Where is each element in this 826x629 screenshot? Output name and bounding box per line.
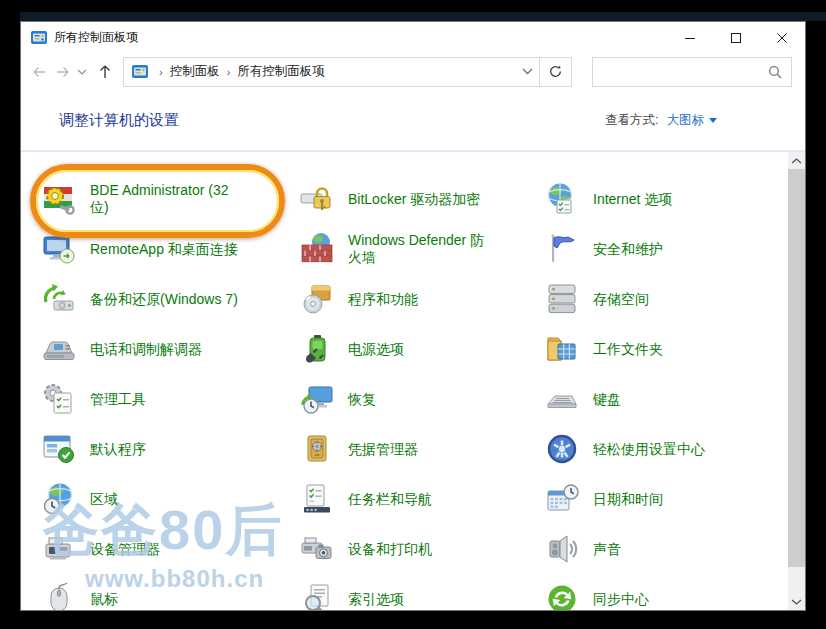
control-panel-item-indexing-options[interactable]: 索引选项 (299, 581, 544, 610)
address-dropdown-button[interactable] (515, 68, 539, 75)
view-by-label: 查看方式: (605, 112, 658, 129)
default-programs-icon (41, 431, 77, 467)
control-panel-item-work-folders[interactable]: 工作文件夹 (544, 331, 766, 367)
bitlocker-icon (299, 181, 335, 217)
backup-restore-icon (41, 281, 77, 317)
item-label: 管理工具 (90, 391, 146, 408)
device-manager-icon (41, 531, 77, 567)
item-label: 声音 (593, 541, 621, 558)
control-panel-item-administrative-tools[interactable]: 管理工具 (41, 381, 299, 417)
background-window-strip (20, 12, 826, 21)
back-button[interactable] (27, 59, 51, 85)
page-title: 调整计算机的设置 (59, 111, 179, 130)
control-panel-item-security-maintenance[interactable]: 安全和维护 (544, 231, 766, 267)
indexing-options-icon (299, 581, 335, 610)
item-label: 备份和还原(Windows 7) (90, 291, 238, 308)
item-label: 轻松使用设置中心 (593, 441, 705, 458)
navigation-bar: › 控制面板 › 所有控制面板项 (21, 53, 805, 90)
view-by-dropdown[interactable]: 大图标 (667, 112, 718, 129)
control-panel-item-region[interactable]: 区域 (41, 481, 299, 517)
chevron-down-icon (791, 599, 802, 605)
scroll-down-button[interactable] (788, 593, 805, 610)
control-panel-items-grid: BDE Administrator (32 位)BitLocker 驱动器加密I… (41, 174, 766, 610)
control-panel-item-credential-manager[interactable]: 凭据管理器 (299, 431, 544, 467)
defender-firewall-icon (299, 231, 335, 267)
control-panel-item-sync-center[interactable]: 同步中心 (544, 581, 766, 610)
phone-modem-icon (41, 331, 77, 367)
internet-options-icon (544, 181, 580, 217)
item-label: 日期和时间 (593, 491, 663, 508)
address-bar[interactable]: › 控制面板 › 所有控制面板项 (123, 57, 572, 87)
control-panel-item-mouse[interactable]: 鼠标 (41, 581, 299, 610)
breadcrumb-control-panel[interactable]: 控制面板 (170, 63, 220, 80)
control-panel-item-remoteapp-desktop-connections[interactable]: RemoteApp 和桌面连接 (41, 231, 299, 267)
control-panel-item-date-time[interactable]: 日期和时间 (544, 481, 766, 517)
control-panel-item-ease-of-access[interactable]: 轻松使用设置中心 (544, 431, 766, 467)
devices-printers-icon (299, 531, 335, 567)
control-panel-item-backup-restore[interactable]: 备份和还原(Windows 7) (41, 281, 299, 317)
item-label: 电话和调制解调器 (90, 341, 202, 358)
chevron-down-icon (522, 68, 533, 75)
close-button[interactable] (759, 22, 805, 53)
item-label: 程序和功能 (348, 291, 418, 308)
control-panel-item-storage-spaces[interactable]: 存储空间 (544, 281, 766, 317)
breadcrumb: › 控制面板 › 所有控制面板项 (124, 58, 539, 86)
item-label: 鼠标 (90, 591, 118, 608)
control-panel-item-phone-modem[interactable]: 电话和调制解调器 (41, 331, 299, 367)
vertical-scrollbar[interactable] (788, 152, 805, 610)
close-icon (776, 32, 788, 44)
control-panel-item-internet-options[interactable]: Internet 选项 (544, 181, 766, 217)
item-label: 设备管理器 (90, 541, 160, 558)
window-title: 所有控制面板项 (54, 29, 138, 46)
item-label: Internet 选项 (593, 191, 672, 208)
control-panel-item-keyboard[interactable]: 键盘 (544, 381, 766, 417)
page-header: 调整计算机的设置 查看方式: 大图标 (21, 90, 805, 152)
breadcrumb-all-items[interactable]: 所有控制面板项 (237, 63, 325, 80)
item-label: 凭据管理器 (348, 441, 418, 458)
bde-administrator-icon (41, 181, 77, 217)
back-arrow-icon (31, 64, 47, 80)
item-label: 区域 (90, 491, 118, 508)
breadcrumb-separator: › (220, 66, 238, 78)
administrative-tools-icon (41, 381, 77, 417)
scrollbar-thumb[interactable] (788, 169, 805, 567)
control-panel-item-power-options[interactable]: 电源选项 (299, 331, 544, 367)
recent-locations-button[interactable] (75, 59, 89, 85)
control-panel-item-programs-features[interactable]: 程序和功能 (299, 281, 544, 317)
control-panel-item-taskbar-navigation[interactable]: 任务栏和导航 (299, 481, 544, 517)
item-label: 默认程序 (90, 441, 146, 458)
item-label: 安全和维护 (593, 241, 663, 258)
maximize-button[interactable] (713, 22, 759, 53)
search-box[interactable] (592, 57, 792, 87)
control-panel-item-recovery[interactable]: 恢复 (299, 381, 544, 417)
sync-center-icon (544, 581, 580, 610)
item-label: 工作文件夹 (593, 341, 663, 358)
minimize-button[interactable] (667, 22, 713, 53)
control-panel-item-defender-firewall[interactable]: Windows Defender 防火墙 (299, 231, 544, 267)
caret-down-icon (709, 118, 717, 123)
taskbar-navigation-icon (299, 481, 335, 517)
search-icon[interactable] (768, 65, 782, 79)
control-panel-item-bde-administrator[interactable]: BDE Administrator (32 位) (41, 181, 299, 217)
item-label: 索引选项 (348, 591, 404, 608)
refresh-icon (548, 64, 563, 79)
control-panel-icon (31, 31, 47, 44)
chevron-up-icon (791, 158, 802, 164)
forward-button[interactable] (51, 59, 75, 85)
control-panel-item-device-manager[interactable]: 设备管理器 (41, 531, 299, 567)
control-panel-item-bitlocker[interactable]: BitLocker 驱动器加密 (299, 181, 544, 217)
search-input[interactable] (593, 58, 768, 86)
up-button[interactable] (93, 59, 117, 85)
refresh-button[interactable] (539, 58, 571, 86)
item-label: 键盘 (593, 391, 621, 408)
credential-manager-icon (299, 431, 335, 467)
control-panel-item-sound[interactable]: 声音 (544, 531, 766, 567)
item-label: BitLocker 驱动器加密 (348, 191, 480, 208)
item-label: 任务栏和导航 (348, 491, 432, 508)
region-icon (41, 481, 77, 517)
work-folders-icon (544, 331, 580, 367)
scroll-up-button[interactable] (788, 152, 805, 169)
item-label: 同步中心 (593, 591, 649, 608)
control-panel-item-default-programs[interactable]: 默认程序 (41, 431, 299, 467)
control-panel-item-devices-printers[interactable]: 设备和打印机 (299, 531, 544, 567)
